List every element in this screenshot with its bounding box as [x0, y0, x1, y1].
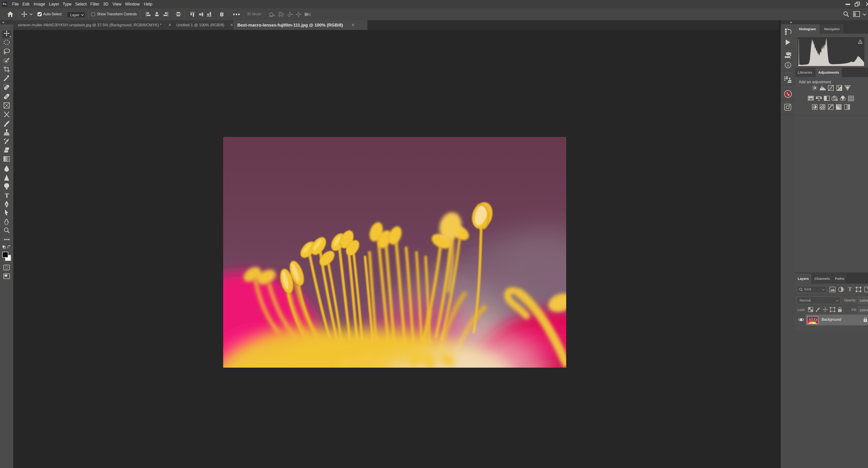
- svg-text:K: K: [787, 93, 790, 96]
